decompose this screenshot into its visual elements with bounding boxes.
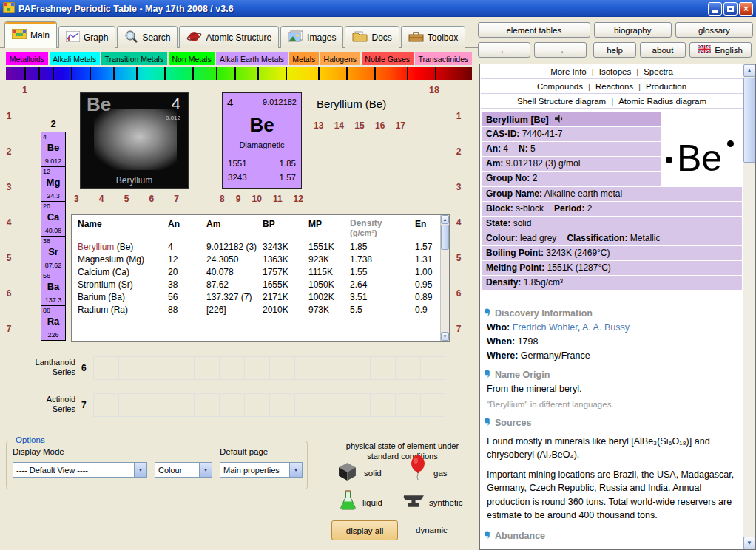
close-button[interactable]: ×: [739, 2, 753, 16]
table-row-radium[interactable]: Radium (Ra) 88 [226] 2010K 973K 5.5 0.9: [72, 303, 449, 316]
chevron-down-icon[interactable]: ▼: [199, 463, 212, 477]
lewis-structure: Be: [662, 112, 743, 186]
period-labels-right: 1 2 3 4 5 6 7: [453, 98, 465, 347]
discovery-header: Discovery Information: [484, 308, 737, 319]
scroll-up-icon[interactable]: ▲: [743, 64, 755, 77]
tab-toolbox[interactable]: Toolbox: [401, 26, 465, 48]
scroll-down-icon[interactable]: ▼: [743, 537, 755, 549]
group-2-label: 2: [41, 118, 66, 129]
reactions-link[interactable]: Reactions: [595, 82, 633, 91]
legend-halogens[interactable]: Halogens: [320, 52, 360, 65]
colour-select[interactable]: Colour ▼: [155, 462, 212, 478]
language-button[interactable]: English: [689, 42, 752, 58]
actinoid-series-label: Actinoid Series: [28, 395, 75, 414]
legend-metals[interactable]: Metals: [289, 52, 319, 65]
discovery-where: Where: Germany/France: [487, 350, 737, 361]
table-row-magnesium[interactable]: Magnesium (Mg) 12 24.3050 1363K 923K 1.7…: [72, 253, 449, 265]
close-icon: ×: [743, 4, 749, 14]
table-scrollbar[interactable]: ▲ ▼: [440, 215, 449, 341]
tab-images[interactable]: Images: [280, 26, 343, 48]
tab-docs[interactable]: Docs: [345, 26, 399, 48]
info-nav-row-1: More Info| Isotopes| Spectra: [481, 64, 743, 79]
sources-header: Sources: [484, 418, 737, 428]
tab-main[interactable]: Main: [4, 21, 57, 48]
legend-non-metals[interactable]: Non Metals: [169, 52, 215, 65]
more-info-link[interactable]: More Info: [550, 67, 587, 76]
legend-noble-gases[interactable]: Noble Gases: [362, 52, 414, 65]
minimize-button[interactable]: [708, 2, 722, 16]
back-button[interactable]: ←: [478, 42, 530, 58]
solid-cube-icon: [337, 461, 357, 483]
display-mode-select[interactable]: ---- Default View ---- ▼: [13, 462, 147, 478]
actinoid-series-row: [93, 393, 445, 417]
an-n-row: An: 4N: 5: [482, 142, 661, 156]
element-photo: Be 4 9.012 Beryllium: [80, 92, 189, 189]
scrollbar-thumb[interactable]: [441, 225, 449, 250]
scroll-down-icon[interactable]: ▼: [441, 332, 449, 341]
group-labels-3-7: 3 4 5 6 7: [74, 194, 179, 204]
tab-label: Graph: [84, 33, 108, 43]
tab-bar: Main Graph Search Atomic Structure Image…: [0, 19, 478, 48]
table-row-barium[interactable]: Barium (Ba) 56 137.327 (7) 2171K 1002K 3…: [72, 291, 449, 303]
display-all-button[interactable]: display all: [331, 520, 398, 540]
help-button[interactable]: help: [593, 42, 636, 58]
default-page-select[interactable]: Main properties ▼: [220, 462, 303, 478]
group-18-label: 18: [429, 85, 439, 95]
isotopes-link[interactable]: Isotopes: [599, 67, 631, 76]
discovery-when: When: 1798: [487, 336, 737, 347]
chevron-down-icon[interactable]: ▼: [289, 463, 302, 477]
element-cell-ba[interactable]: 56 Ba 137.3: [41, 271, 66, 306]
restore-button[interactable]: [723, 2, 738, 16]
production-link[interactable]: Production: [646, 82, 686, 91]
emission-spectrum-bar: [6, 67, 472, 80]
group-labels-13-17: 13 14 15 16 17: [314, 120, 405, 131]
element-tables-button[interactable]: element tables: [478, 22, 590, 38]
scroll-up-icon[interactable]: ▲: [441, 215, 449, 224]
table-row-strontium[interactable]: Strontium (Sr) 38 87.62 1655K 1050K 2.64…: [72, 278, 449, 291]
tab-label: Toolbox: [428, 33, 458, 43]
spectrum-lines: [6, 67, 472, 80]
tab-atomic-structure[interactable]: Atomic Structure: [179, 26, 279, 48]
name-origin-note: "Beryllium" in different languages.: [487, 400, 737, 409]
about-button[interactable]: about: [640, 42, 686, 58]
info-scrollbar[interactable]: ▲ ▼: [743, 64, 755, 549]
actinoid-period-label: 7: [81, 400, 87, 410]
info-nav-row-3: Shell Structure diagram| Atomic Radius d…: [481, 94, 743, 109]
table-row-beryllium[interactable]: Beryllium (Be) 4 9.012182 (3) 3243K 1551…: [72, 240, 449, 253]
element-cell-mg[interactable]: 12 Mg 24.3: [41, 166, 66, 202]
compounds-link[interactable]: Compounds: [537, 82, 583, 91]
element-cell-be[interactable]: 4 Be 9.012: [41, 132, 66, 167]
physical-state-caption: physical state of element under standard…: [331, 441, 473, 462]
glossary-button[interactable]: glossary: [675, 22, 753, 38]
table-header: Name An Am BP MP Density(g/cm³) En: [72, 215, 449, 240]
element-cell-ra[interactable]: 88 Ra 226: [41, 305, 66, 341]
legend-transition-metals[interactable]: Transition Metals: [101, 52, 167, 65]
legend-alkali-earth-metals[interactable]: Alkali Earth Metals: [216, 52, 287, 65]
element-data-table: Name An Am BP MP Density(g/cm³) En Beryl…: [71, 214, 450, 342]
audio-icon[interactable]: [554, 115, 564, 125]
forward-button[interactable]: →: [534, 42, 587, 58]
element-cell-sr[interactable]: 38 Sr 87.62: [41, 236, 66, 271]
atomic-radius-link[interactable]: Atomic Radius diagram: [618, 97, 706, 106]
boiling-point-row: Boiling Point: 3243K (2469°C): [482, 246, 742, 260]
legend-metalloids[interactable]: Metalloids: [6, 52, 48, 65]
discoverer-link[interactable]: Fredrich Wohler: [513, 322, 578, 333]
element-cell-ca[interactable]: 20 Ca 40.08: [41, 201, 66, 237]
biography-button[interactable]: biography: [594, 22, 672, 38]
tab-search[interactable]: Search: [117, 26, 178, 48]
discoverer-link[interactable]: A. A. Bussy: [582, 322, 630, 333]
legend-alkali-metals[interactable]: Alkali Metals: [50, 52, 100, 65]
graph-icon: [66, 31, 80, 44]
shell-structure-link[interactable]: Shell Structure diagram: [517, 97, 606, 106]
sources-paragraph-1: Found mostly in minerals like beryl [AlB…: [487, 435, 737, 461]
tab-graph[interactable]: Graph: [58, 26, 115, 48]
table-row-calcium[interactable]: Calcium (Ca) 20 40.078 1757K 1115K 1.55 …: [72, 265, 449, 278]
photo-caption: Beryllium: [81, 175, 188, 186]
legend-transactinides[interactable]: Transactinides: [415, 52, 472, 65]
toolbox-icon: [408, 31, 424, 44]
chevron-down-icon[interactable]: ▼: [134, 463, 146, 477]
section-bullet-icon: [484, 370, 490, 380]
spectra-link[interactable]: Spectra: [644, 67, 673, 76]
title-bar[interactable]: PAFreshney Periodic Table - May 17th 200…: [0, 0, 756, 17]
scrollbar-thumb[interactable]: [743, 78, 755, 163]
